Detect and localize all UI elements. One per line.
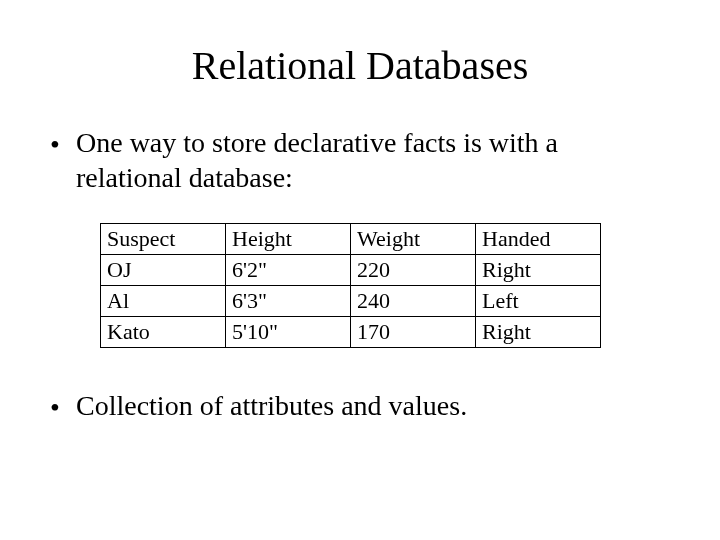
bullet-dot-icon: • bbox=[50, 388, 76, 425]
bullet-list: • Collection of attributes and values. bbox=[50, 388, 670, 425]
table-cell: Kato bbox=[101, 317, 226, 348]
table-header-row: Suspect Height Weight Handed bbox=[101, 224, 601, 255]
table-row: Kato 5'10" 170 Right bbox=[101, 317, 601, 348]
table-cell: 5'10" bbox=[226, 317, 351, 348]
bullet-item: • Collection of attributes and values. bbox=[50, 388, 670, 425]
bullet-text: One way to store declarative facts is wi… bbox=[76, 125, 670, 195]
bullet-list: • One way to store declarative facts is … bbox=[50, 125, 670, 195]
slide: Relational Databases • One way to store … bbox=[0, 42, 720, 540]
table-cell: 6'2" bbox=[226, 255, 351, 286]
page-title: Relational Databases bbox=[0, 42, 720, 89]
table-cell: Right bbox=[476, 317, 601, 348]
table-header-cell: Suspect bbox=[101, 224, 226, 255]
table-cell: 240 bbox=[351, 286, 476, 317]
bullet-text: Collection of attributes and values. bbox=[76, 388, 670, 423]
bullet-dot-icon: • bbox=[50, 125, 76, 162]
table-row: Al 6'3" 240 Left bbox=[101, 286, 601, 317]
data-table: Suspect Height Weight Handed OJ 6'2" 220… bbox=[100, 223, 601, 348]
table-cell: 220 bbox=[351, 255, 476, 286]
table-cell: Al bbox=[101, 286, 226, 317]
table-cell: 170 bbox=[351, 317, 476, 348]
table-header-cell: Handed bbox=[476, 224, 601, 255]
table-cell: 6'3" bbox=[226, 286, 351, 317]
table-header-cell: Weight bbox=[351, 224, 476, 255]
table-header-cell: Height bbox=[226, 224, 351, 255]
table-cell: Left bbox=[476, 286, 601, 317]
data-table-wrap: Suspect Height Weight Handed OJ 6'2" 220… bbox=[100, 223, 720, 348]
table-cell: OJ bbox=[101, 255, 226, 286]
table-row: OJ 6'2" 220 Right bbox=[101, 255, 601, 286]
bullet-item: • One way to store declarative facts is … bbox=[50, 125, 670, 195]
table-cell: Right bbox=[476, 255, 601, 286]
